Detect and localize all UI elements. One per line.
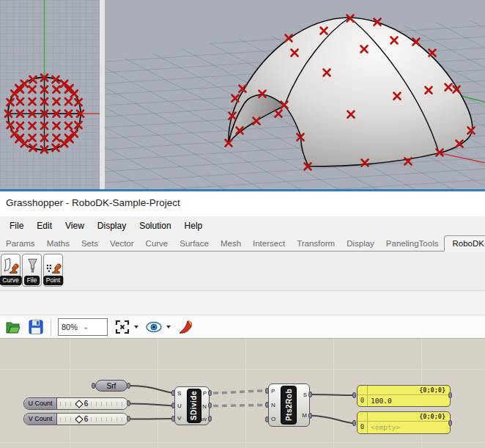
- tab-robodk[interactable]: RoboDK: [444, 235, 485, 251]
- menu-display[interactable]: Display: [91, 216, 133, 236]
- pts2rob-component[interactable]: P N O Pts2Rob S M: [268, 383, 310, 427]
- zoom-level-combo[interactable]: 80% ⌄: [58, 318, 108, 336]
- sdivide-input-v[interactable]: V: [177, 415, 181, 422]
- menu-edit[interactable]: Edit: [30, 216, 59, 236]
- panel2-output-nub[interactable]: [448, 420, 452, 426]
- sdivide-nub-p[interactable]: [208, 390, 212, 396]
- tab-surface[interactable]: Surface: [174, 237, 215, 251]
- tab-vector[interactable]: Vector: [104, 237, 140, 251]
- wire-srf-to-s: [129, 386, 173, 393]
- tab-panelingtools[interactable]: PanelingTools: [380, 237, 445, 251]
- open-file-icon[interactable]: [5, 319, 21, 335]
- point-button-label: Point: [43, 276, 63, 285]
- panel1-index: 0: [358, 395, 367, 406]
- curve-robot-icon: [3, 255, 20, 277]
- panel2-path: {0;0;0}: [358, 412, 450, 422]
- component-tab-bar: Params Maths Sets Vector Curve Surface M…: [0, 236, 485, 251]
- zoom-dropdown-caret[interactable]: [134, 326, 138, 328]
- sdivide-nub-uv[interactable]: [208, 416, 212, 422]
- wire-vcount-to-v: [129, 419, 173, 419]
- u-count-grip[interactable]: [75, 400, 83, 408]
- menu-help[interactable]: Help: [178, 216, 210, 236]
- robodk-file-button[interactable]: File: [22, 254, 42, 287]
- viewport-svg: [0, 0, 485, 189]
- pts2rob-nub-s[interactable]: [308, 392, 312, 397]
- window-title: Grasshopper - RoboDK-Sample-Project: [6, 197, 180, 208]
- wire-n-to-n-dashed: [213, 405, 267, 406]
- u-count-output-nub[interactable]: [127, 400, 130, 406]
- curve-button-label: Curve: [0, 276, 22, 285]
- toolbar-separator: [51, 318, 51, 336]
- ribbon-substrip: [0, 291, 485, 315]
- sdivide-output-uv[interactable]: uv: [201, 416, 207, 422]
- top-view-pane: [0, 0, 100, 189]
- robodk-curve-button[interactable]: Curve: [1, 254, 21, 287]
- tab-mesh[interactable]: Mesh: [215, 237, 247, 251]
- panel1-value: 100.0: [367, 395, 392, 406]
- panel-message[interactable]: {0;0;0} 0 <empty>: [357, 411, 451, 434]
- tab-transform[interactable]: Transform: [291, 237, 341, 251]
- tab-display[interactable]: Display: [341, 237, 380, 251]
- srf-output-nub[interactable]: [127, 383, 130, 389]
- zoom-extents-icon[interactable]: [114, 319, 130, 335]
- pts2rob-nub-o[interactable]: [265, 416, 269, 422]
- srf-param-capsule[interactable]: Srf: [95, 380, 127, 392]
- window-separator: [0, 189, 485, 191]
- panel1-input-nub[interactable]: [352, 392, 356, 398]
- sdivide-input-s[interactable]: S: [177, 390, 181, 397]
- preview-dropdown-caret[interactable]: [166, 326, 171, 328]
- v-count-track[interactable]: 6: [57, 414, 127, 425]
- combo-chevron-icon: ⌄: [83, 323, 104, 331]
- pts2rob-name-block: Pts2Rob: [281, 386, 297, 425]
- preview-eye-icon[interactable]: [145, 319, 163, 335]
- screenshot-root: Grasshopper - RoboDK-Sample-Project File…: [0, 0, 485, 448]
- sdivide-nub-n[interactable]: [208, 403, 212, 408]
- v-count-grip[interactable]: [75, 415, 83, 423]
- zoom-level-value: 80%: [62, 323, 83, 331]
- v-count-slider[interactable]: V Count 6: [23, 413, 128, 425]
- point-robot-icon: [45, 255, 62, 277]
- sdivide-output-n[interactable]: N: [202, 403, 207, 410]
- v-count-value: 6: [84, 414, 89, 425]
- tab-sets[interactable]: Sets: [75, 237, 104, 251]
- viewport-splitter[interactable]: [100, 0, 105, 189]
- pts2rob-input-o[interactable]: O: [271, 416, 275, 422]
- sketch-pen-icon[interactable]: [177, 319, 195, 335]
- tab-maths[interactable]: Maths: [41, 237, 75, 251]
- v-count-output-nub[interactable]: [127, 416, 130, 422]
- tab-params[interactable]: Params: [0, 237, 41, 251]
- u-count-track[interactable]: 6: [57, 398, 127, 409]
- sdivide-component[interactable]: S U V SDivide P N uv: [174, 386, 210, 425]
- u-count-slider[interactable]: U Count 6: [23, 397, 128, 410]
- v-count-label: V Count: [24, 414, 57, 425]
- panel2-input-nub[interactable]: [352, 420, 356, 426]
- pts2rob-input-p[interactable]: P: [271, 388, 275, 394]
- rhino-viewport[interactable]: [0, 0, 485, 189]
- tab-intersect[interactable]: Intersect: [247, 237, 291, 251]
- pts2rob-output-s[interactable]: S: [303, 392, 307, 398]
- robodk-point-button[interactable]: Point: [43, 254, 63, 287]
- sdivide-nub-s[interactable]: [171, 390, 175, 396]
- pts2rob-input-n[interactable]: N: [271, 402, 275, 408]
- grasshopper-canvas[interactable]: Srf U Count 6 V Count 6: [0, 339, 485, 448]
- pts2rob-output-m[interactable]: M: [302, 412, 307, 419]
- tab-curve[interactable]: Curve: [140, 237, 174, 251]
- panel-speed[interactable]: {0;0;0} 0 100.0: [357, 385, 451, 407]
- sdivide-input-u[interactable]: U: [177, 403, 182, 409]
- panel1-output-nub[interactable]: [448, 392, 452, 398]
- menu-file[interactable]: File: [3, 216, 30, 236]
- u-count-label: U Count: [24, 398, 57, 409]
- save-icon[interactable]: [28, 319, 44, 335]
- sdivide-output-p[interactable]: P: [203, 390, 207, 397]
- pts2rob-nub-p[interactable]: [265, 388, 269, 394]
- pts2rob-nub-n[interactable]: [265, 402, 269, 408]
- menu-view[interactable]: View: [59, 216, 91, 236]
- sdivide-nub-v[interactable]: [171, 416, 175, 422]
- robodk-ribbon: Curve File Poin: [0, 251, 485, 291]
- wire-m-to-panel2: [311, 416, 355, 424]
- menu-solution[interactable]: Solution: [133, 216, 177, 236]
- panel1-path: {0;0;0}: [358, 386, 450, 395]
- pts2rob-nub-m[interactable]: [308, 413, 312, 419]
- srf-input-nub[interactable]: [92, 383, 95, 389]
- sdivide-nub-u[interactable]: [171, 403, 175, 408]
